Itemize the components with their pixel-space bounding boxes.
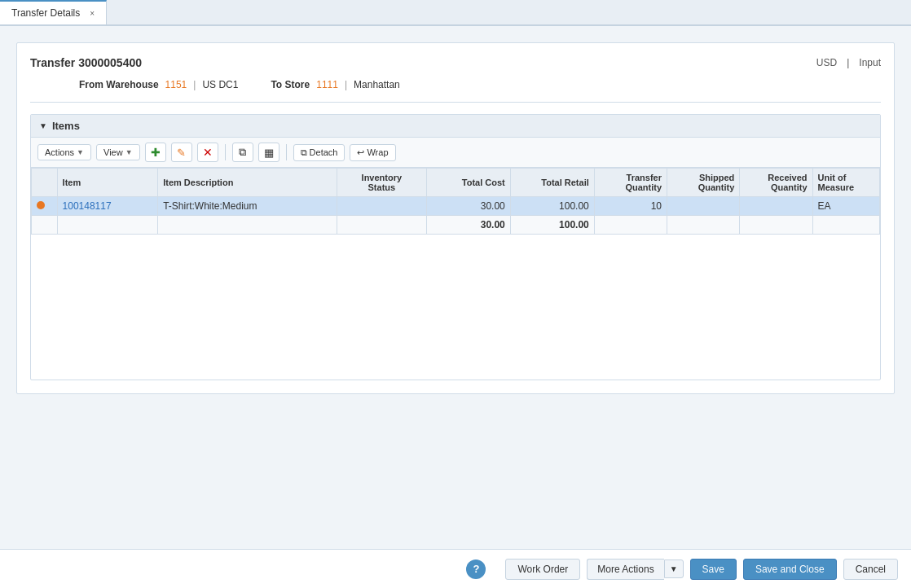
col-header-uom[interactable]: Unit ofMeasure [812, 169, 879, 197]
row-status-indicator [37, 201, 45, 209]
save-close-button[interactable]: Save and Close [743, 559, 837, 580]
delete-icon: ✕ [203, 146, 213, 159]
items-header: ▼ Items [31, 115, 880, 138]
edit-button[interactable]: ✎ [171, 143, 192, 162]
work-order-label: Work Order [517, 564, 568, 575]
detach-icon: ⧉ [301, 147, 307, 158]
more-actions-group: More Actions ▼ [587, 559, 683, 580]
footer-uom-col [812, 216, 879, 235]
tab-bar: Transfer Details × [0, 0, 911, 26]
uom-cell: EA [812, 197, 879, 216]
bottom-bar: ? Work Order More Actions ▼ Save Save an… [0, 549, 911, 588]
shipped-qty-cell [667, 197, 740, 216]
warehouse-row: From Warehouse 1151 | US DC1 To Store 11… [79, 79, 881, 90]
export-button[interactable]: ▦ [258, 143, 279, 162]
more-actions-dropdown[interactable]: ▼ [664, 559, 684, 578]
items-toolbar: Actions ▼ View ▼ ✚ ✎ ✕ ⧉ [31, 138, 880, 168]
item-link[interactable]: 100148117 [63, 200, 112, 212]
footer-shipped-col [667, 216, 740, 235]
cancel-button[interactable]: Cancel [843, 559, 898, 580]
collapse-icon[interactable]: ▼ [39, 121, 47, 130]
view-button[interactable]: View ▼ [96, 144, 140, 160]
cancel-label: Cancel [856, 564, 886, 575]
total-retail-cell: 100.00 [510, 197, 594, 216]
delete-button[interactable]: ✕ [197, 143, 218, 162]
item-id-cell: 100148117 [57, 197, 158, 216]
add-button[interactable]: ✚ [145, 143, 166, 162]
from-separator: | [193, 79, 196, 90]
from-warehouse-id[interactable]: 1151 [165, 79, 187, 90]
footer-checkbox-col [32, 216, 58, 235]
col-header-transfer-qty[interactable]: TransferQuantity [594, 169, 667, 197]
header-meta: USD | Input [816, 57, 881, 68]
work-order-button[interactable]: Work Order [505, 559, 580, 580]
more-actions-arrow-icon: ▼ [670, 564, 678, 573]
toolbar-divider-1 [225, 144, 226, 160]
row-checkbox-cell [32, 197, 58, 216]
add-icon: ✚ [151, 146, 161, 159]
col-header-shipped-qty[interactable]: ShippedQuantity [667, 169, 740, 197]
copy-button[interactable]: ⧉ [232, 143, 253, 162]
col-header-total-retail[interactable]: Total Retail [510, 169, 594, 197]
to-store-id[interactable]: 1111 [316, 79, 338, 90]
to-separator: | [345, 79, 347, 90]
more-actions-button[interactable]: More Actions [587, 559, 663, 580]
export-icon: ▦ [264, 147, 274, 159]
item-description-cell: T-Shirt:White:Medium [158, 197, 337, 216]
more-actions-label: More Actions [597, 564, 654, 575]
table-row[interactable]: 100148117 T-Shirt:White:Medium 30.00 100… [32, 197, 880, 216]
items-title: Items [52, 120, 80, 132]
currency-label: USD [816, 57, 837, 68]
wrap-icon: ↩ [357, 147, 364, 158]
col-header-item[interactable]: Item [57, 169, 158, 197]
wrap-button[interactable]: ↩ Wrap [350, 144, 395, 161]
to-store-group: To Store 1111 | Manhattan [271, 79, 399, 90]
col-header-received-qty[interactable]: ReceivedQuantity [740, 169, 812, 197]
items-section: ▼ Items Actions ▼ View ▼ ✚ ✎ [30, 114, 881, 380]
to-store-name: Manhattan [354, 79, 400, 90]
edit-icon: ✎ [177, 147, 186, 159]
from-warehouse-group: From Warehouse 1151 | US DC1 [79, 79, 238, 90]
col-header-inventory[interactable]: InventoryStatus [337, 169, 426, 197]
to-store-label: To Store [271, 79, 310, 90]
save-button[interactable]: Save [690, 559, 737, 580]
view-chevron-icon: ▼ [125, 148, 133, 156]
detach-label: Detach [310, 147, 338, 157]
footer-total-cost: 30.00 [426, 216, 510, 235]
meta-separator: | [847, 57, 849, 68]
help-icon: ? [473, 563, 479, 575]
footer-desc-col [158, 216, 337, 235]
received-qty-cell [740, 197, 812, 216]
header-section: Transfer 3000005400 USD | Input From War… [30, 56, 881, 103]
table-header-row: Item Item Description InventoryStatus To… [32, 169, 880, 197]
from-warehouse-name: US DC1 [202, 79, 238, 90]
view-label: View [103, 147, 123, 157]
help-button[interactable]: ? [466, 559, 486, 579]
toolbar-divider-2 [286, 144, 287, 160]
detach-button[interactable]: ⧉ Detach [293, 144, 345, 161]
total-cost-cell: 30.00 [426, 197, 510, 216]
footer-item-col [57, 216, 158, 235]
actions-label: Actions [45, 147, 74, 157]
inventory-status-cell [337, 197, 426, 216]
col-header-checkbox [32, 169, 58, 197]
save-close-label: Save and Close [755, 564, 825, 575]
tab-close-icon[interactable]: × [90, 9, 95, 18]
actions-chevron-icon: ▼ [77, 148, 84, 156]
tab-transfer-details[interactable]: Transfer Details × [0, 0, 107, 24]
wrap-label: Wrap [367, 147, 388, 157]
actions-button[interactable]: Actions ▼ [37, 144, 91, 160]
save-label: Save [702, 564, 724, 575]
transfer-qty-cell: 10 [594, 197, 667, 216]
transfer-title: Transfer 3000005400 [30, 56, 142, 69]
col-header-total-cost[interactable]: Total Cost [426, 169, 510, 197]
copy-icon: ⧉ [239, 146, 246, 159]
tab-label: Transfer Details [11, 7, 80, 19]
items-table-container: Item Item Description InventoryStatus To… [31, 168, 880, 380]
footer-inv-col [337, 216, 426, 235]
col-header-description[interactable]: Item Description [158, 169, 337, 197]
footer-transfer-col [594, 216, 667, 235]
from-warehouse-label: From Warehouse [79, 79, 159, 90]
footer-received-col [740, 216, 812, 235]
item-description: T-Shirt:White:Medium [163, 200, 257, 212]
